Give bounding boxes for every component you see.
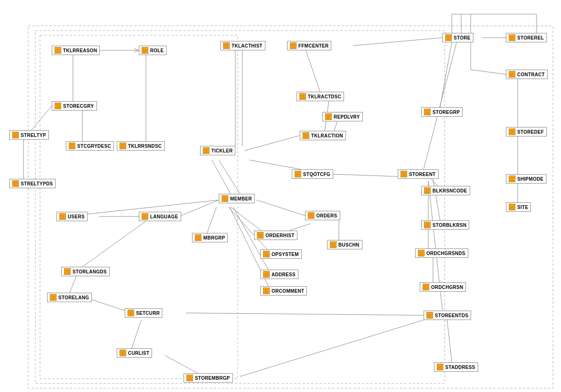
table-tklraction[interactable]: TKLRACTION <box>300 131 346 140</box>
table-icon-storegrp <box>424 109 431 115</box>
table-tklractdsc[interactable]: TKLRACTDSC <box>297 92 344 101</box>
table-contract[interactable]: CONTRACT <box>506 70 548 79</box>
svg-line-34 <box>289 224 311 231</box>
table-orders[interactable]: ORDERS <box>305 211 340 220</box>
table-label-member: MEMBER <box>230 196 252 201</box>
table-storegrp[interactable]: STOREGRP <box>421 107 463 117</box>
svg-line-51 <box>240 320 424 376</box>
table-tickler[interactable]: TICKLER <box>200 146 235 155</box>
table-label-address: ADDRESS <box>272 272 296 277</box>
table-orcomment[interactable]: ORCOMMENT <box>260 286 307 296</box>
svg-line-14 <box>353 38 442 46</box>
table-storeentds[interactable]: STOREENTDS <box>424 311 471 320</box>
svg-line-39 <box>329 174 398 176</box>
svg-line-35 <box>431 179 438 186</box>
table-icon-staddress <box>437 364 443 370</box>
table-storembrgp[interactable]: STOREMBRGP <box>184 373 233 383</box>
table-icon-storeentds <box>426 312 433 319</box>
table-label-blkrsncode: BLKRSNCODE <box>433 188 467 193</box>
table-icon-storlangds <box>64 268 71 275</box>
table-icon-users <box>59 213 66 220</box>
table-member[interactable]: MEMBER <box>219 194 255 203</box>
table-icon-tklrreason <box>55 47 61 54</box>
svg-line-49 <box>132 320 141 348</box>
table-label-shipmode: SHIPMODE <box>517 176 544 182</box>
table-storlangds[interactable]: STORLANGDS <box>61 267 110 276</box>
table-icon-member <box>222 195 228 202</box>
table-shipmode[interactable]: SHIPMODE <box>506 174 546 184</box>
table-label-tklrrsndsc: TKLRRSNDSC <box>128 144 162 149</box>
svg-line-27 <box>256 200 305 216</box>
table-icon-blkrsncode <box>424 187 431 194</box>
table-label-language: LANGUAGE <box>150 214 178 219</box>
table-icon-orders <box>308 212 314 219</box>
table-icon-curlist <box>120 350 126 356</box>
table-label-storerel: STOREREL <box>517 35 544 40</box>
table-stcgrydesc[interactable]: STCGRYDESC <box>66 141 114 151</box>
table-stqotcfg[interactable]: STQOTCFG <box>292 169 333 179</box>
table-staddress[interactable]: STADDRESS <box>434 362 478 372</box>
table-icon-storelang <box>50 294 56 301</box>
svg-line-26 <box>249 160 301 169</box>
table-tklacthist[interactable]: TKLACTHIST <box>220 41 265 50</box>
table-icon-repdlvry <box>325 113 332 120</box>
table-mbrgrp[interactable]: MBRGRP <box>192 233 228 242</box>
table-label-storeentds: STOREENTDS <box>435 313 468 318</box>
table-label-storlangds: STORLANGDS <box>72 269 107 274</box>
table-icon-ordchgrsn <box>423 284 429 290</box>
table-icon-role <box>142 47 148 54</box>
table-language[interactable]: LANGUAGE <box>139 212 181 221</box>
table-streltyp[interactable]: STRELTYP <box>9 130 49 140</box>
table-icon-address <box>263 271 270 278</box>
table-storecgry[interactable]: STORECGRY <box>52 101 97 111</box>
svg-line-8 <box>28 106 52 134</box>
table-repdlvry[interactable]: REPDLVRY <box>322 112 363 121</box>
table-icon-buschn <box>330 241 337 248</box>
table-icon-tickler <box>203 147 209 154</box>
table-tklrrsndsc[interactable]: TKLRRSNDSC <box>117 141 165 151</box>
table-label-storegrp: STOREGRP <box>433 110 460 115</box>
svg-rect-2 <box>40 35 238 379</box>
table-storelang[interactable]: STORELANG <box>47 293 92 302</box>
table-ffmcenter[interactable]: FFMCENTER <box>287 41 331 50</box>
table-label-buschn: BUSCHN <box>338 242 360 248</box>
svg-line-31 <box>228 207 267 249</box>
table-icon-language <box>142 213 148 220</box>
table-tklrreason[interactable]: TKLRREASON <box>52 46 100 55</box>
table-label-contract: CONTRACT <box>517 72 545 77</box>
table-storblkrsn[interactable]: STORBLKRSN <box>421 220 469 230</box>
table-role[interactable]: ROLE <box>139 46 167 55</box>
table-label-storeent: STOREENT <box>409 172 436 177</box>
connections-layer <box>0 0 561 392</box>
table-storedef[interactable]: STOREDEF <box>506 127 547 136</box>
table-setcurr[interactable]: SETCURR <box>125 308 162 318</box>
table-orderhist[interactable]: ORDERHIST <box>254 231 297 240</box>
table-ordchgrsnds[interactable]: ORDCHGRSNDS <box>415 248 468 258</box>
table-label-stqotcfg: STQOTCFG <box>303 172 330 177</box>
svg-line-4 <box>134 48 139 50</box>
svg-line-41 <box>447 320 452 362</box>
table-icon-storblkrsn <box>424 222 431 228</box>
table-address[interactable]: ADDRESS <box>260 270 298 279</box>
table-ordchgrsn[interactable]: ORDCHGRSN <box>420 282 466 292</box>
table-storerel[interactable]: STOREREL <box>506 33 547 42</box>
table-streltypds[interactable]: STRELTYPDS <box>9 179 56 188</box>
table-users[interactable]: USERS <box>56 212 88 221</box>
table-curlist[interactable]: CURLIST <box>117 348 152 358</box>
table-blkrsncode[interactable]: BLKRSNCODE <box>421 186 470 195</box>
table-store[interactable]: STORE <box>442 33 473 42</box>
table-icon-store <box>445 34 452 41</box>
table-label-curlist: CURLIST <box>128 351 149 356</box>
table-icon-storeent <box>401 171 407 177</box>
table-storeent[interactable]: STOREENT <box>398 169 439 179</box>
svg-line-23 <box>212 160 231 194</box>
table-icon-mbrgrp <box>195 234 201 241</box>
svg-line-28 <box>207 207 216 233</box>
table-site[interactable]: SITE <box>506 202 531 212</box>
table-buschn[interactable]: BUSCHN <box>327 240 362 249</box>
table-icon-shipmode <box>509 176 515 182</box>
svg-line-43 <box>82 221 146 267</box>
table-icon-ordchgrsnds <box>418 250 425 256</box>
table-label-storblkrsn: STORBLKRSN <box>433 223 466 228</box>
table-opsystem[interactable]: OPSYSTEM <box>260 249 302 259</box>
